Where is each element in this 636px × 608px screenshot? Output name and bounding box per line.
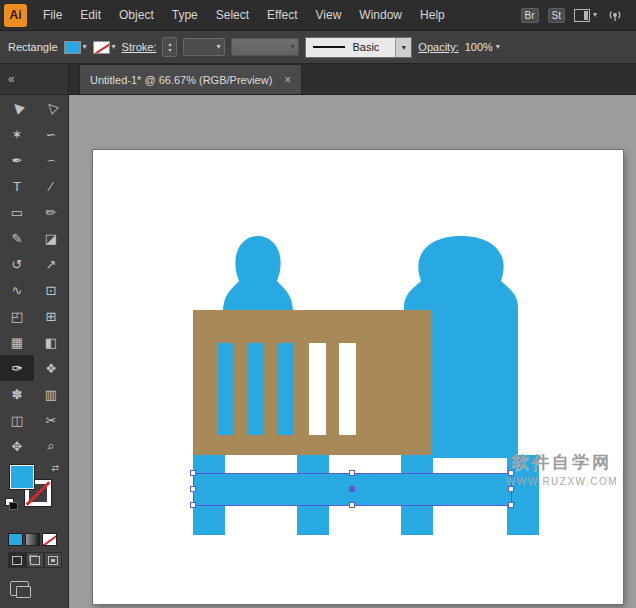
hand-tool-icon: ✥ (12, 439, 23, 454)
menu-edit[interactable]: Edit (71, 0, 110, 30)
menu-effect[interactable]: Effect (258, 0, 306, 30)
paintbrush-tool[interactable]: ✏ (34, 199, 68, 225)
stroke-panel-link[interactable]: Stroke: (122, 41, 157, 53)
eraser-tool-icon: ◪ (45, 231, 57, 246)
eyedropper-tool[interactable]: ✑ (0, 355, 34, 381)
crib-slat-blue-3[interactable] (278, 343, 294, 435)
width-tool[interactable]: ∿ (0, 277, 34, 303)
draw-inside-button[interactable] (44, 552, 62, 568)
draw-behind-button[interactable] (26, 552, 44, 568)
stroke-none-swatch[interactable] (93, 41, 110, 54)
app-logo[interactable]: Ai (4, 4, 27, 27)
collapse-icon[interactable]: « (8, 72, 15, 86)
selection-handle[interactable] (350, 471, 355, 476)
selection-handle[interactable] (509, 503, 514, 508)
fill-color-dropdown[interactable]: ▾ (64, 41, 87, 54)
crib-slat-blue-2[interactable] (248, 343, 264, 435)
selection-handle[interactable] (191, 487, 196, 492)
artboard-tool[interactable]: ◫ (0, 407, 34, 433)
variable-width-profile-dropdown[interactable]: ▾ (231, 38, 299, 56)
symbol-sprayer-tool[interactable]: ✽ (0, 381, 34, 407)
pencil-tool[interactable]: ✎ (0, 225, 34, 251)
selection-handle[interactable] (191, 471, 196, 476)
crib-slat-blue-1[interactable] (218, 343, 234, 435)
brush-definition-dropdown[interactable]: Basic ▾ (305, 37, 412, 58)
crib-left-finial[interactable] (223, 236, 293, 310)
document-tab-title: Untitled-1* @ 66.67% (RGB/Preview) (90, 74, 272, 86)
caret-down-icon[interactable]: ▾ (395, 38, 411, 57)
free-transform-tool[interactable]: ⊡ (34, 277, 68, 303)
menu-object[interactable]: Object (110, 0, 163, 30)
menu-view[interactable]: View (307, 0, 351, 30)
hand-tool[interactable]: ✥ (0, 433, 34, 459)
pen-tool[interactable]: ✒ (0, 147, 34, 173)
lasso-tool[interactable]: ∽ (34, 121, 68, 147)
scale-tool[interactable]: ↗ (34, 251, 68, 277)
stroke-weight-dropdown[interactable]: ▾ (183, 38, 225, 56)
crib-slat-white-1[interactable] (309, 343, 326, 435)
direct-selection-tool[interactable]: ▷ (34, 95, 68, 121)
pencil-tool-icon: ✎ (12, 231, 23, 246)
stepper-down-icon[interactable]: ▾ (168, 47, 171, 53)
color-button[interactable] (8, 533, 23, 546)
magic-wand-tool[interactable]: ✶ (0, 121, 34, 147)
pasteboard[interactable]: 软件自学网 WWW.RUZXW.COM (69, 95, 636, 608)
fill-swatch[interactable] (64, 41, 81, 54)
menu-select[interactable]: Select (207, 0, 258, 30)
caret-down-icon[interactable]: ▾ (216, 43, 220, 51)
zoom-tool[interactable]: ⌕ (34, 433, 68, 459)
default-fill-stroke-icon[interactable] (5, 498, 18, 509)
illustrator-app: Ai FileEditObjectTypeSelectEffectViewWin… (0, 0, 636, 608)
fill-indicator[interactable] (9, 464, 35, 490)
type-tool[interactable]: T (0, 173, 34, 199)
blend-tool[interactable]: ❖ (34, 355, 68, 381)
scale-tool-icon: ↗ (46, 257, 57, 272)
perspective-grid-tool[interactable]: ⊞ (34, 303, 68, 329)
curvature-tool[interactable]: ⌢ (34, 147, 68, 173)
mesh-tool[interactable]: ▦ (0, 329, 34, 355)
stroke-weight-stepper[interactable]: ▴ ▾ (162, 37, 177, 57)
document-tab[interactable]: Untitled-1* @ 66.67% (RGB/Preview) × (79, 64, 302, 94)
caret-down-icon[interactable]: ▾ (290, 43, 294, 51)
selection-center-point[interactable] (350, 487, 355, 492)
rotate-tool[interactable]: ↺ (0, 251, 34, 277)
close-icon[interactable]: × (284, 74, 291, 86)
column-graph-tool[interactable]: ▥ (34, 381, 68, 407)
workspace-switcher[interactable]: ▾ (574, 9, 597, 22)
stock-button[interactable]: St (548, 8, 565, 23)
selection-handle[interactable] (350, 503, 355, 508)
stroke-color-dropdown[interactable]: ▾ (93, 41, 116, 54)
line-segment-tool[interactable]: ∕ (34, 173, 68, 199)
drawing-mode-buttons (8, 552, 68, 568)
selection-handle[interactable] (509, 487, 514, 492)
screen-mode-button[interactable] (10, 581, 29, 596)
share-screen-icon[interactable] (606, 7, 624, 23)
control-bar: Rectangle ▾ ▾ Stroke: ▴ ▾ ▾ ▾ Basic ▾ Op… (0, 31, 636, 64)
caret-down-icon[interactable]: ▾ (112, 43, 116, 51)
slice-tool[interactable]: ✂ (34, 407, 68, 433)
draw-normal-button[interactable] (8, 552, 26, 568)
opacity-link[interactable]: Opacity: (418, 41, 458, 53)
menu-type[interactable]: Type (163, 0, 207, 30)
rectangle-tool[interactable]: ▭ (0, 199, 34, 225)
caret-down-icon[interactable]: ▾ (496, 43, 500, 51)
selection-tool[interactable]: ▶ (0, 95, 34, 121)
selection-handle[interactable] (191, 503, 196, 508)
bridge-button[interactable]: Br (521, 8, 539, 23)
none-button[interactable] (42, 533, 57, 546)
shape-builder-tool[interactable]: ◰ (0, 303, 34, 329)
menu-window[interactable]: Window (350, 0, 411, 30)
rotate-tool-icon: ↺ (12, 257, 23, 272)
menu-file[interactable]: File (34, 0, 71, 30)
color-type-buttons (8, 533, 68, 546)
crib-slat-white-2[interactable] (339, 343, 356, 435)
menu-help[interactable]: Help (411, 0, 454, 30)
opacity-dropdown[interactable]: 100% ▾ (465, 41, 500, 53)
zoom-tool-icon: ⌕ (47, 438, 54, 454)
swap-fill-stroke-icon[interactable]: ⇄ (51, 463, 59, 473)
eraser-tool[interactable]: ◪ (34, 225, 68, 251)
tools-panel-header[interactable]: « (0, 64, 68, 95)
caret-down-icon[interactable]: ▾ (83, 43, 87, 51)
gradient-button[interactable] (25, 533, 40, 546)
gradient-tool[interactable]: ◧ (34, 329, 68, 355)
